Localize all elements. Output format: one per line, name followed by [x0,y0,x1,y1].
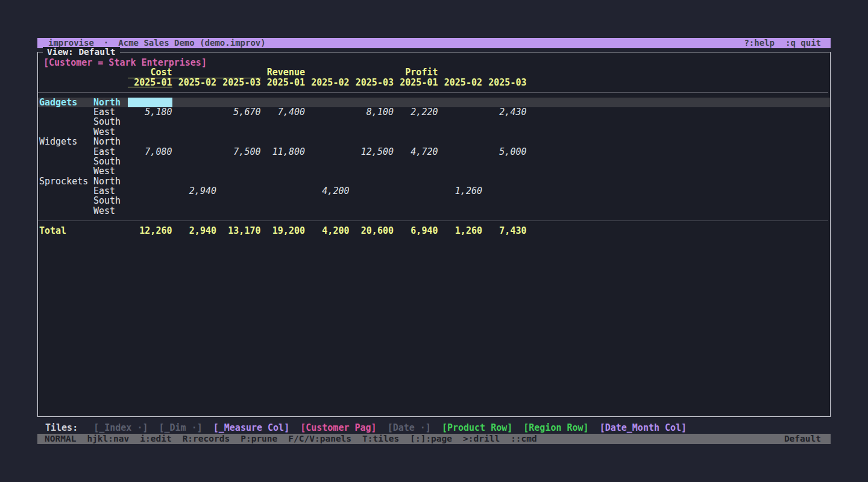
value-cell[interactable] [394,186,438,196]
product-cell[interactable] [38,117,93,127]
product-cell[interactable] [38,166,93,176]
product-cell[interactable] [38,157,93,166]
value-cell[interactable] [128,117,172,127]
region-cell[interactable]: North [93,177,128,186]
value-cell[interactable] [438,137,483,146]
value-cell[interactable] [128,186,172,196]
value-cell[interactable] [482,196,527,205]
value-cell[interactable] [394,98,438,107]
table-row[interactable]: West [38,206,830,216]
value-cell[interactable]: 5,180 [128,107,172,117]
value-cell[interactable] [394,206,438,216]
value-cell[interactable] [482,127,527,137]
value-cell[interactable] [394,157,438,166]
value-cell[interactable] [172,196,217,205]
table-row[interactable]: East 7,080 7,500 11,800 12,500 4,720 5,0… [38,147,830,157]
table-row[interactable]: East 2,940 4,200 1,260 [38,186,830,196]
column-header[interactable]: 2025-01 [394,78,438,87]
value-cell[interactable]: 7,080 [128,147,172,157]
region-cell[interactable]: South [93,196,128,205]
value-cell[interactable] [438,177,483,186]
value-cell[interactable] [350,98,394,107]
value-cell[interactable] [438,107,483,117]
value-cell[interactable] [172,98,217,107]
table-row[interactable]: South [38,196,830,205]
value-cell[interactable] [394,177,438,186]
tile[interactable]: [_Dim ·] [159,423,203,433]
value-cell[interactable] [128,137,172,146]
product-cell[interactable] [38,127,93,137]
value-cell[interactable] [172,117,217,127]
product-cell[interactable]: Gadgets [38,98,93,107]
value-cell[interactable] [394,117,438,127]
value-cell[interactable] [172,157,217,166]
value-cell[interactable]: 5,670 [216,107,261,117]
value-cell[interactable] [172,147,217,157]
product-cell[interactable] [38,107,93,117]
value-cell[interactable] [305,166,350,176]
table-row[interactable]: Widgets North [38,137,830,146]
value-cell[interactable] [172,127,217,137]
value-cell[interactable] [438,157,483,166]
value-cell[interactable] [172,177,217,186]
value-cell[interactable] [261,157,306,166]
table-row[interactable]: East 5,180 5,670 7,400 8,100 2,220 2,430 [38,107,830,117]
region-cell[interactable]: East [93,147,128,157]
value-cell[interactable] [350,166,394,176]
filter-badge[interactable]: [Customer = Stark Enterprises] [38,58,207,67]
value-cell[interactable] [128,166,172,176]
column-header[interactable]: 2025-01 [128,78,172,87]
region-cell[interactable]: East [93,186,128,196]
value-cell[interactable] [350,186,394,196]
value-cell[interactable] [261,137,306,146]
column-header[interactable]: 2025-02 [438,78,483,87]
table-row[interactable]: South [38,157,830,166]
value-cell[interactable] [350,177,394,186]
column-header[interactable]: 2025-02 [172,78,217,87]
value-cell[interactable] [305,196,350,205]
table-row[interactable]: West [38,127,830,137]
value-cell[interactable] [350,157,394,166]
value-cell[interactable] [216,166,261,176]
region-cell[interactable]: West [93,206,128,216]
value-cell[interactable] [482,157,527,166]
region-cell[interactable]: South [93,157,128,166]
tile[interactable]: [Date ·] [388,423,431,433]
value-cell[interactable] [216,117,261,127]
value-cell[interactable] [261,186,306,196]
value-cell[interactable] [438,127,483,137]
value-cell[interactable] [172,206,217,216]
value-cell[interactable] [216,177,261,186]
value-cell[interactable]: 2,220 [394,107,438,117]
tile[interactable]: [_Measure Col] [213,423,289,433]
region-cell[interactable]: West [93,166,128,176]
tile[interactable]: [_Index ·] [93,423,148,433]
value-cell[interactable] [172,107,217,117]
value-cell[interactable] [261,98,306,107]
value-cell[interactable] [482,177,527,186]
product-cell[interactable] [38,147,93,157]
value-cell[interactable] [394,127,438,137]
value-cell[interactable]: 2,940 [172,186,217,196]
value-cell[interactable] [216,196,261,205]
value-cell[interactable] [305,157,350,166]
product-cell[interactable]: Sprockets [38,177,93,186]
value-cell[interactable] [128,196,172,205]
column-header[interactable]: 2025-02 [305,78,350,87]
value-cell[interactable] [128,206,172,216]
measure-group-profit[interactable]: Profit [394,67,527,77]
table-row[interactable]: Sprockets North [38,177,830,186]
product-cell[interactable]: Widgets [38,137,93,146]
value-cell[interactable] [482,166,527,176]
value-cell[interactable] [216,137,261,146]
column-header[interactable]: 2025-03 [482,78,527,87]
value-cell[interactable] [305,107,350,117]
value-cell[interactable] [261,166,306,176]
column-header[interactable]: 2025-01 [261,78,306,87]
product-cell[interactable] [38,186,93,196]
product-cell[interactable] [38,206,93,216]
value-cell[interactable] [172,137,217,146]
region-cell[interactable]: East [93,107,128,117]
value-cell[interactable] [261,127,306,137]
value-cell[interactable] [216,98,261,107]
